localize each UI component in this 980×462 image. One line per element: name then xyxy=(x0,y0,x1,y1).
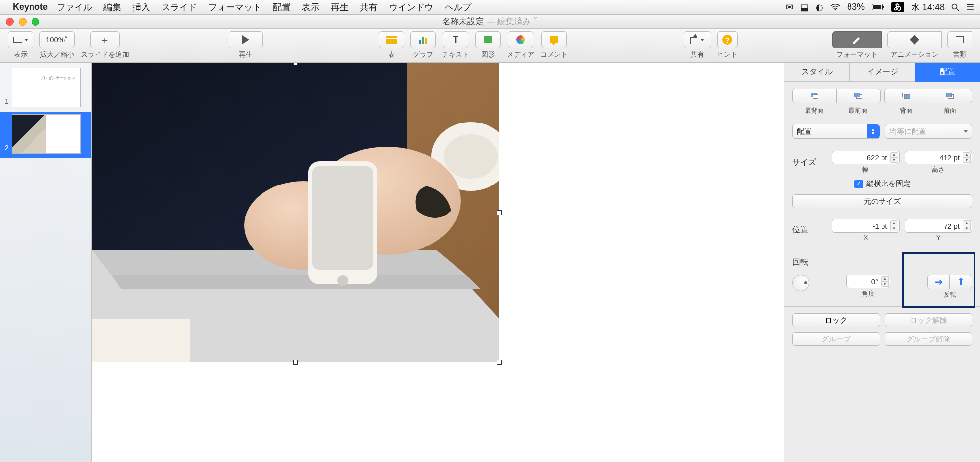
app-menus: ファイル 編集 挿入 スライド フォーマット 配置 表示 再生 共有 ウインドウ… xyxy=(57,1,480,13)
front-label: 最前面 xyxy=(836,106,880,115)
ungroup-button[interactable]: グループ解除 xyxy=(885,332,973,346)
bring-to-front-button[interactable] xyxy=(836,89,881,103)
app-menu[interactable]: Keynote xyxy=(13,2,48,12)
menu-format[interactable]: フォーマット xyxy=(208,2,261,12)
angle-field[interactable]: 0°▲▼ xyxy=(846,275,890,288)
send-backward-button[interactable] xyxy=(884,89,929,103)
send-to-back-button[interactable] xyxy=(792,89,837,103)
width-field[interactable]: 622 pt▲▼ xyxy=(832,151,900,164)
notification-center-icon[interactable]: ☰ xyxy=(966,2,974,13)
angle-step-up[interactable]: ▲ xyxy=(881,276,889,282)
slide-navigator[interactable]: 1 プレゼンテーション 2 xyxy=(0,63,92,462)
menu-insert[interactable]: 挿入 xyxy=(132,2,150,12)
play-label: 再生 xyxy=(239,50,253,59)
y-field[interactable]: 72 pt▲▼ xyxy=(905,219,973,233)
table-button[interactable] xyxy=(379,31,404,48)
width-step-down[interactable]: ▼ xyxy=(890,158,898,163)
menu-view[interactable]: 表示 xyxy=(302,2,320,12)
hint-button[interactable]: ? xyxy=(717,31,738,48)
align-select[interactable]: 配置▲▼ xyxy=(792,124,880,139)
share-label: 共有 xyxy=(690,50,704,59)
doc-name: 名称未設定 xyxy=(442,17,484,26)
animation-inspector-button[interactable] xyxy=(887,31,942,48)
wifi-icon[interactable] xyxy=(830,4,840,11)
resize-handle-bottom[interactable] xyxy=(293,360,298,365)
angle-step-down[interactable]: ▼ xyxy=(881,282,889,287)
slide-number: 1 xyxy=(5,97,9,105)
rotate-label: 回転 xyxy=(792,257,972,268)
selected-image[interactable] xyxy=(92,63,499,362)
ime-indicator[interactable]: あ xyxy=(891,2,904,12)
y-step-up[interactable]: ▲ xyxy=(963,220,971,226)
slide-thumb-2[interactable]: 2 xyxy=(0,112,91,158)
lock-button[interactable]: ロック xyxy=(792,313,880,327)
spotlight-icon[interactable] xyxy=(951,3,959,11)
share-button[interactable] xyxy=(684,31,711,48)
status-icon[interactable]: ◐ xyxy=(816,2,823,13)
menu-share[interactable]: 共有 xyxy=(360,2,378,12)
constrain-checkbox[interactable]: ✓ xyxy=(854,180,863,188)
height-field[interactable]: 412 pt▲▼ xyxy=(905,151,973,164)
menu-help[interactable]: ヘルプ xyxy=(445,2,471,12)
resize-handle-right[interactable] xyxy=(497,210,502,215)
battery-percent: 83% xyxy=(847,2,865,12)
svg-point-0 xyxy=(835,9,836,10)
height-step-down[interactable]: ▼ xyxy=(963,158,971,163)
thumb-1[interactable]: プレゼンテーション xyxy=(12,68,81,107)
x-step-up[interactable]: ▲ xyxy=(890,220,898,226)
view-button[interactable] xyxy=(8,31,33,48)
toolbar: 表示 100%˅ 拡大／縮小 ＋ スライドを追加 再生 表 グラフ Tテキスト … xyxy=(0,29,980,63)
tab-arrange[interactable]: 配置 xyxy=(915,63,980,82)
minimize-window-button[interactable] xyxy=(19,18,27,26)
slide-thumb-1[interactable]: 1 プレゼンテーション xyxy=(0,66,91,112)
close-window-button[interactable] xyxy=(6,18,14,26)
document-title[interactable]: 名称未設定 — 編集済み ˅ xyxy=(442,16,537,27)
play-button[interactable] xyxy=(229,31,263,48)
flip-sublabel: 反転 xyxy=(944,290,956,299)
tab-image[interactable]: イメージ xyxy=(850,63,915,82)
y-step-down[interactable]: ▼ xyxy=(963,226,971,232)
flip-horizontal-button[interactable]: ➔ xyxy=(927,275,950,289)
zoom-window-button[interactable] xyxy=(32,18,39,26)
thumb-2[interactable] xyxy=(12,114,81,154)
menu-slide[interactable]: スライド xyxy=(162,2,197,12)
menu-play[interactable]: 再生 xyxy=(331,2,349,12)
constrain-label: 縦横比を固定 xyxy=(866,179,911,188)
chart-button[interactable] xyxy=(410,31,436,48)
shape-button[interactable] xyxy=(475,31,501,48)
x-field[interactable]: -1 pt▲▼ xyxy=(832,219,900,233)
bring-forward-button[interactable] xyxy=(928,89,972,103)
menu-window[interactable]: ウインドウ xyxy=(389,2,433,12)
resize-handle-top[interactable] xyxy=(293,63,298,65)
backward-label: 背面 xyxy=(884,106,928,115)
group-button[interactable]: グループ xyxy=(792,332,880,346)
rotation-wheel[interactable] xyxy=(792,275,809,291)
svg-marker-10 xyxy=(111,275,481,289)
dropbox-icon[interactable]: ⬓ xyxy=(800,2,809,13)
add-slide-button[interactable]: ＋ xyxy=(90,31,120,48)
gmail-icon[interactable]: ✉ xyxy=(786,2,793,13)
zoom-button[interactable]: 100%˅ xyxy=(39,31,75,48)
width-step-up[interactable]: ▲ xyxy=(890,152,898,158)
svg-rect-3 xyxy=(883,6,884,8)
format-inspector-button[interactable] xyxy=(832,31,882,48)
menu-arrange[interactable]: 配置 xyxy=(273,2,291,12)
menu-file[interactable]: ファイル xyxy=(57,2,92,12)
x-step-down[interactable]: ▼ xyxy=(890,226,898,232)
text-button[interactable]: T xyxy=(443,31,468,48)
unlock-button[interactable]: ロック解除 xyxy=(885,313,973,327)
media-button[interactable] xyxy=(508,31,533,48)
resize-handle-br[interactable] xyxy=(497,360,502,365)
battery-icon[interactable] xyxy=(872,4,884,10)
document-inspector-button[interactable] xyxy=(947,31,972,48)
comment-button[interactable] xyxy=(541,31,567,48)
height-step-up[interactable]: ▲ xyxy=(963,152,971,158)
slide-canvas[interactable] xyxy=(92,63,784,462)
tab-style[interactable]: スタイル xyxy=(784,63,850,82)
macos-menubar: Keynote ファイル 編集 挿入 スライド フォーマット 配置 表示 再生 … xyxy=(0,0,980,15)
original-size-button[interactable]: 元のサイズ xyxy=(792,194,972,208)
distribute-select[interactable]: 均等に配置 xyxy=(885,124,973,139)
menubar-clock[interactable]: 水 14:48 xyxy=(911,1,945,13)
menu-edit[interactable]: 編集 xyxy=(103,2,121,12)
flip-vertical-button[interactable]: ⬆ xyxy=(949,275,972,289)
